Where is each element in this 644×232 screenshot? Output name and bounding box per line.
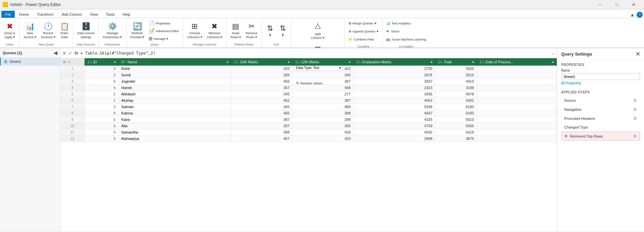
help-button[interactable]: ? bbox=[637, 12, 643, 18]
marks12-filter-icon[interactable]: ▾ bbox=[349, 60, 351, 64]
cell-grad-marks: 3456 bbox=[354, 91, 435, 97]
sheet1-icon: ⊞ bbox=[4, 59, 7, 64]
combine-files-button[interactable]: 📁 Combine Files bbox=[347, 35, 380, 43]
id-filter-icon[interactable]: ▾ bbox=[114, 60, 116, 64]
col-header-grad[interactable]: 1²₃ Graduation Marks ▾ bbox=[354, 58, 435, 66]
grad-filter-icon[interactable]: ▾ bbox=[431, 60, 432, 64]
row-num: 6 bbox=[60, 97, 85, 104]
combine-items: ⊞ Merge Queries ▾ ⊕ Append Queries ▾ 📁 C… bbox=[347, 19, 380, 43]
choose-columns-button[interactable]: ⊞ ChooseColumns ▾ bbox=[185, 19, 204, 42]
col-header-id[interactable]: 1²₃ ID ▾ bbox=[85, 58, 118, 66]
query-settings-close-button[interactable]: ✕ bbox=[636, 51, 640, 57]
advanced-editor-icon: 📝 bbox=[149, 28, 154, 33]
refresh-preview-icon: 🔄 bbox=[133, 23, 142, 30]
azure-ml-icon: 🤖 bbox=[386, 37, 390, 41]
split-column-button[interactable]: ⧊ SplitColumn ▾ bbox=[309, 19, 326, 42]
step-item[interactable]: Source ⚙ bbox=[561, 96, 640, 105]
query-name-input[interactable] bbox=[561, 73, 640, 80]
col-marks12-label: 12th Marks bbox=[301, 60, 319, 64]
tab-tools[interactable]: Tools bbox=[102, 11, 118, 18]
recent-sources-label: RecentSources ▾ bbox=[41, 31, 55, 39]
step-item[interactable]: Promoted Headers ⚙ bbox=[561, 114, 640, 123]
refresh-preview-button[interactable]: 🔄 RefreshPreview ▾ bbox=[128, 19, 146, 42]
sidebar: Queries [1] ◀ ⊞ Sheet1 bbox=[0, 48, 60, 231]
close-button[interactable]: ✕ bbox=[626, 0, 641, 9]
tab-home[interactable]: Home bbox=[15, 11, 33, 18]
text-analytics-icon: 📊 bbox=[386, 21, 390, 25]
enter-data-button[interactable]: 📋 EnterData bbox=[58, 19, 71, 42]
manage-parameters-button[interactable]: ⚙️ ManageParameters ▾ bbox=[101, 19, 124, 42]
manage-button[interactable]: ⊞ Manage ▾ bbox=[147, 35, 181, 42]
tab-view[interactable]: View bbox=[86, 11, 102, 18]
merge-queries-button[interactable]: ⊞ Merge Queries ▾ bbox=[347, 19, 380, 27]
step-gear-icon[interactable]: ⚙ bbox=[633, 107, 637, 112]
new-source-icon: 📊 bbox=[25, 23, 35, 30]
append-queries-label: Append Queries bbox=[353, 29, 376, 33]
azure-ml-button[interactable]: 🤖 Azure Machine Learning bbox=[384, 35, 428, 43]
tab-add-column[interactable]: Add Column bbox=[58, 11, 86, 18]
recent-sources-button[interactable]: 🕐 RecentSources ▾ bbox=[39, 19, 57, 42]
query-right-buttons: 📄 Properties 📝 Advanced Editor ⊞ Manage … bbox=[147, 19, 181, 42]
col-header-name[interactable]: Aᴮᶜ Name ▾ bbox=[118, 58, 231, 66]
vision-button[interactable]: 👁 Vision bbox=[384, 27, 428, 35]
tab-transform[interactable]: Transform bbox=[33, 11, 57, 18]
cell-grad-marks: 2323 bbox=[354, 85, 435, 91]
close-apply-icon: ✖ bbox=[7, 23, 13, 30]
advanced-editor-button[interactable]: 📝 Advanced Editor bbox=[147, 27, 181, 34]
properties-button[interactable]: 📄 Properties bbox=[147, 19, 181, 27]
cell-date bbox=[477, 129, 556, 136]
step-gear-icon[interactable]: ⚙ bbox=[633, 134, 637, 139]
sort-desc-button[interactable]: ⇅ ⬇ bbox=[277, 19, 289, 42]
append-queries-button[interactable]: ⊕ Append Queries ▾ bbox=[347, 27, 380, 35]
sort-asc-button[interactable]: ⇅ ⬆ bbox=[264, 19, 276, 42]
formula-expand-icon[interactable]: ⌄ bbox=[551, 51, 555, 56]
col-header-marks12[interactable]: 1²₃ 12th Marks ▾ bbox=[292, 58, 354, 66]
text-analytics-button[interactable]: 📊 Text Analytics bbox=[384, 19, 428, 27]
parameters-group-label: Parameters bbox=[105, 42, 120, 47]
sort-asc-label: ⬆ bbox=[269, 33, 271, 37]
step-item[interactable]: Changed Type bbox=[561, 123, 640, 131]
grad-type-icon: 1²₃ bbox=[356, 60, 361, 64]
row-num: 12 bbox=[60, 136, 85, 142]
tab-file[interactable]: File bbox=[1, 11, 15, 18]
reduce-rows-label: Reduce Rows bbox=[234, 42, 253, 47]
formula-input[interactable] bbox=[80, 51, 549, 56]
col-header-total[interactable]: 1²₃ Total ▾ bbox=[435, 58, 477, 66]
name-filter-icon[interactable]: ▾ bbox=[227, 60, 228, 64]
cell-marks12: 498 bbox=[292, 85, 354, 91]
date-filter-icon[interactable]: ▾ bbox=[552, 60, 554, 64]
remove-columns-button[interactable]: ✖ RemoveColumns ▾ bbox=[205, 19, 224, 42]
minimize-button[interactable]: ─ bbox=[592, 0, 608, 9]
steps-container: Source ⚙ Navigation ⚙ Promoted Headers ⚙… bbox=[561, 96, 640, 141]
step-gear-icon[interactable]: ⚙ bbox=[633, 116, 637, 121]
col-header-date[interactable]: 1²₃ Date of Passou... ▾ bbox=[477, 58, 556, 66]
step-item[interactable]: Navigation ⚙ bbox=[561, 105, 640, 114]
sidebar-collapse-button[interactable]: ◀ bbox=[54, 50, 57, 56]
close-apply-button[interactable]: ✖ Close &Apply ▾ bbox=[2, 19, 17, 42]
tab-help[interactable]: Help bbox=[119, 11, 134, 18]
ribbon-collapse-button[interactable]: ▲ bbox=[630, 12, 635, 17]
cell-date bbox=[477, 110, 556, 117]
total-filter-icon[interactable]: ▾ bbox=[472, 60, 474, 64]
formula-cancel-icon[interactable]: ✕ bbox=[62, 51, 66, 56]
formula-apply-icon[interactable]: ✓ bbox=[68, 51, 72, 56]
keep-rows-button[interactable]: ▤ KeepRows ▾ bbox=[228, 19, 243, 42]
data-grid[interactable]: ⊞ 1²₃ 1²₃ ID ▾ bbox=[60, 58, 557, 231]
step-item[interactable]: ✕ Removed Top Rows ⚙ bbox=[561, 132, 640, 141]
ribbon-group-transform: ⧊ SplitColumn ▾ ⊞ GroupBy Data Type: Tex… bbox=[291, 19, 345, 47]
cell-grad-marks: 4793 bbox=[354, 123, 435, 129]
all-properties-link[interactable]: All Properties bbox=[561, 81, 640, 85]
remove-rows-label: RemoveRows ▾ bbox=[246, 31, 257, 39]
data-source-settings-button[interactable]: 🗄️ Data sourcesettings bbox=[75, 19, 97, 42]
marks10-filter-icon[interactable]: ▾ bbox=[288, 60, 289, 64]
new-query-group-label: New Query bbox=[39, 42, 54, 47]
ribbon-group-new-query: 📊 NewSource ▾ 🕐 RecentSources ▾ 📋 EnterD… bbox=[19, 19, 73, 47]
transform-group-items: ⧊ SplitColumn ▾ bbox=[309, 19, 326, 42]
col-header-marks10[interactable]: 1²₃ 10th Marks ▾ bbox=[231, 58, 292, 66]
maximize-button[interactable]: □ bbox=[609, 0, 625, 9]
new-source-button[interactable]: 📊 NewSource ▾ bbox=[21, 19, 38, 42]
step-gear-icon[interactable]: ⚙ bbox=[633, 98, 637, 103]
step-left: ✕ Removed Top Rows bbox=[564, 134, 603, 139]
remove-rows-button[interactable]: ✂ RemoveRows ▾ bbox=[244, 19, 259, 42]
sidebar-item-sheet1[interactable]: ⊞ Sheet1 bbox=[0, 58, 60, 66]
